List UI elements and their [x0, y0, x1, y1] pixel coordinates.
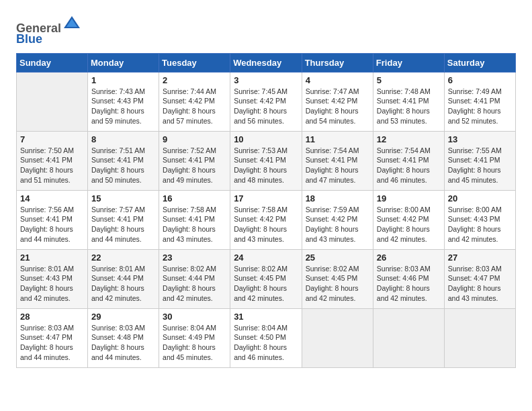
week-row-4: 21Sunrise: 8:01 AM Sunset: 4:43 PM Dayli…: [17, 249, 516, 308]
day-info: Sunrise: 7:43 AM Sunset: 4:43 PM Dayligh…: [91, 87, 155, 126]
day-number: 31: [234, 312, 298, 322]
calendar-cell: 7Sunrise: 7:50 AM Sunset: 4:41 PM Daylig…: [17, 131, 88, 190]
day-info: Sunrise: 7:50 AM Sunset: 4:41 PM Dayligh…: [20, 146, 84, 185]
day-number: 1: [91, 75, 155, 85]
day-number: 2: [163, 75, 226, 85]
logo-icon: [62, 13, 81, 32]
calendar-cell: 26Sunrise: 8:03 AM Sunset: 4:46 PM Dayli…: [373, 249, 444, 308]
day-info: Sunrise: 8:04 AM Sunset: 4:50 PM Dayligh…: [234, 323, 298, 363]
calendar-cell: 8Sunrise: 7:51 AM Sunset: 4:41 PM Daylig…: [88, 131, 159, 190]
day-number: 8: [91, 134, 155, 144]
day-number: 29: [91, 312, 155, 322]
day-number: 24: [234, 253, 298, 263]
calendar-cell: 19Sunrise: 8:00 AM Sunset: 4:42 PM Dayli…: [373, 190, 444, 249]
calendar-cell: [302, 308, 373, 367]
day-info: Sunrise: 8:04 AM Sunset: 4:49 PM Dayligh…: [163, 323, 226, 363]
calendar-cell: 31Sunrise: 8:04 AM Sunset: 4:50 PM Dayli…: [230, 308, 302, 367]
calendar-cell: 24Sunrise: 8:02 AM Sunset: 4:45 PM Dayli…: [230, 249, 302, 308]
calendar-cell: 2Sunrise: 7:44 AM Sunset: 4:42 PM Daylig…: [159, 72, 230, 131]
day-info: Sunrise: 8:00 AM Sunset: 4:43 PM Dayligh…: [448, 205, 512, 244]
day-info: Sunrise: 8:03 AM Sunset: 4:47 PM Dayligh…: [448, 264, 512, 304]
days-of-week-row: SundayMondayTuesdayWednesdayThursdayFrid…: [17, 53, 516, 72]
day-number: 3: [234, 75, 298, 85]
day-number: 20: [448, 193, 512, 203]
week-row-5: 28Sunrise: 8:03 AM Sunset: 4:47 PM Dayli…: [17, 308, 516, 367]
day-info: Sunrise: 7:53 AM Sunset: 4:41 PM Dayligh…: [234, 146, 298, 185]
calendar-cell: 25Sunrise: 8:02 AM Sunset: 4:45 PM Dayli…: [302, 249, 373, 308]
calendar-cell: 15Sunrise: 7:57 AM Sunset: 4:41 PM Dayli…: [88, 190, 159, 249]
day-number: 5: [377, 75, 441, 85]
calendar-cell: 14Sunrise: 7:56 AM Sunset: 4:41 PM Dayli…: [17, 190, 88, 249]
day-info: Sunrise: 7:54 AM Sunset: 4:41 PM Dayligh…: [377, 146, 441, 185]
week-row-1: 1Sunrise: 7:43 AM Sunset: 4:43 PM Daylig…: [17, 72, 516, 131]
day-info: Sunrise: 8:03 AM Sunset: 4:46 PM Dayligh…: [377, 264, 441, 304]
calendar-cell: 16Sunrise: 7:58 AM Sunset: 4:41 PM Dayli…: [159, 190, 230, 249]
calendar-cell: [444, 308, 515, 367]
calendar-cell: 6Sunrise: 7:49 AM Sunset: 4:41 PM Daylig…: [444, 72, 515, 131]
dow-header-thursday: Thursday: [302, 53, 373, 72]
calendar-cell: 1Sunrise: 7:43 AM Sunset: 4:43 PM Daylig…: [88, 72, 159, 131]
day-info: Sunrise: 7:57 AM Sunset: 4:41 PM Dayligh…: [91, 205, 155, 244]
day-number: 27: [448, 253, 512, 263]
calendar-cell: 11Sunrise: 7:54 AM Sunset: 4:41 PM Dayli…: [302, 131, 373, 190]
calendar-cell: 5Sunrise: 7:48 AM Sunset: 4:41 PM Daylig…: [373, 72, 444, 131]
calendar-body: 1Sunrise: 7:43 AM Sunset: 4:43 PM Daylig…: [17, 72, 516, 367]
day-number: 25: [306, 253, 369, 263]
day-info: Sunrise: 7:54 AM Sunset: 4:41 PM Dayligh…: [306, 146, 369, 185]
calendar-cell: 29Sunrise: 8:03 AM Sunset: 4:48 PM Dayli…: [88, 308, 159, 367]
calendar-cell: 30Sunrise: 8:04 AM Sunset: 4:49 PM Dayli…: [159, 308, 230, 367]
day-info: Sunrise: 8:01 AM Sunset: 4:44 PM Dayligh…: [91, 264, 155, 304]
dow-header-sunday: Sunday: [17, 53, 88, 72]
day-number: 10: [234, 134, 298, 144]
day-info: Sunrise: 8:01 AM Sunset: 4:43 PM Dayligh…: [20, 264, 84, 304]
day-number: 15: [91, 193, 155, 203]
day-info: Sunrise: 7:48 AM Sunset: 4:41 PM Dayligh…: [377, 87, 441, 126]
day-info: Sunrise: 8:00 AM Sunset: 4:42 PM Dayligh…: [377, 205, 441, 244]
day-info: Sunrise: 7:51 AM Sunset: 4:41 PM Dayligh…: [91, 146, 155, 185]
calendar-table: SundayMondayTuesdayWednesdayThursdayFrid…: [16, 53, 516, 368]
day-number: 6: [448, 75, 512, 85]
page-header: General Blue: [16, 13, 516, 46]
day-info: Sunrise: 8:02 AM Sunset: 4:45 PM Dayligh…: [234, 264, 298, 304]
day-info: Sunrise: 7:58 AM Sunset: 4:42 PM Dayligh…: [234, 205, 298, 244]
day-info: Sunrise: 7:47 AM Sunset: 4:42 PM Dayligh…: [306, 87, 369, 126]
day-number: 26: [377, 253, 441, 263]
calendar-cell: [373, 308, 444, 367]
day-number: 11: [306, 134, 369, 144]
day-number: 13: [448, 134, 512, 144]
dow-header-wednesday: Wednesday: [230, 53, 302, 72]
calendar-cell: 21Sunrise: 8:01 AM Sunset: 4:43 PM Dayli…: [17, 249, 88, 308]
calendar-cell: 4Sunrise: 7:47 AM Sunset: 4:42 PM Daylig…: [302, 72, 373, 131]
day-number: 18: [306, 193, 369, 203]
calendar-cell: [17, 72, 88, 131]
day-number: 23: [163, 253, 226, 263]
calendar-cell: 27Sunrise: 8:03 AM Sunset: 4:47 PM Dayli…: [444, 249, 515, 308]
week-row-2: 7Sunrise: 7:50 AM Sunset: 4:41 PM Daylig…: [17, 131, 516, 190]
calendar-cell: 17Sunrise: 7:58 AM Sunset: 4:42 PM Dayli…: [230, 190, 302, 249]
day-number: 14: [20, 193, 84, 203]
day-number: 16: [163, 193, 226, 203]
logo: General Blue: [16, 13, 81, 46]
calendar-cell: 23Sunrise: 8:02 AM Sunset: 4:44 PM Dayli…: [159, 249, 230, 308]
calendar-cell: 18Sunrise: 7:59 AM Sunset: 4:42 PM Dayli…: [302, 190, 373, 249]
day-info: Sunrise: 8:03 AM Sunset: 4:48 PM Dayligh…: [91, 323, 155, 363]
day-info: Sunrise: 7:56 AM Sunset: 4:41 PM Dayligh…: [20, 205, 84, 244]
logo-blue: Blue: [16, 32, 42, 46]
calendar-cell: 22Sunrise: 8:01 AM Sunset: 4:44 PM Dayli…: [88, 249, 159, 308]
day-number: 22: [91, 253, 155, 263]
calendar-cell: 9Sunrise: 7:52 AM Sunset: 4:41 PM Daylig…: [159, 131, 230, 190]
day-number: 9: [163, 134, 226, 144]
day-info: Sunrise: 7:45 AM Sunset: 4:42 PM Dayligh…: [234, 87, 298, 126]
calendar-cell: 13Sunrise: 7:55 AM Sunset: 4:41 PM Dayli…: [444, 131, 515, 190]
day-info: Sunrise: 7:52 AM Sunset: 4:41 PM Dayligh…: [163, 146, 226, 185]
day-info: Sunrise: 7:55 AM Sunset: 4:41 PM Dayligh…: [448, 146, 512, 185]
day-number: 17: [234, 193, 298, 203]
day-number: 30: [163, 312, 226, 322]
dow-header-tuesday: Tuesday: [159, 53, 230, 72]
day-number: 12: [377, 134, 441, 144]
calendar-cell: 3Sunrise: 7:45 AM Sunset: 4:42 PM Daylig…: [230, 72, 302, 131]
calendar-cell: 20Sunrise: 8:00 AM Sunset: 4:43 PM Dayli…: [444, 190, 515, 249]
dow-header-saturday: Saturday: [444, 53, 515, 72]
calendar-cell: 28Sunrise: 8:03 AM Sunset: 4:47 PM Dayli…: [17, 308, 88, 367]
day-info: Sunrise: 8:03 AM Sunset: 4:47 PM Dayligh…: [20, 323, 84, 363]
